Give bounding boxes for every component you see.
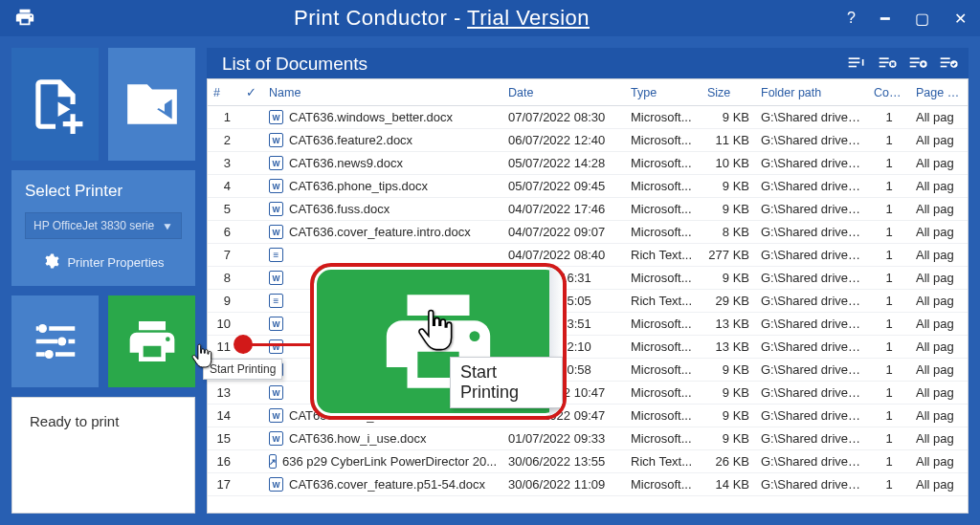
svg-rect-7 bbox=[35, 352, 44, 357]
row-range: All pag bbox=[910, 198, 968, 221]
printer-properties-button[interactable]: Printer Properties bbox=[25, 252, 182, 273]
list-action-check[interactable] bbox=[938, 54, 959, 75]
row-index: 2 bbox=[208, 129, 240, 152]
select-printer-title: Select Printer bbox=[25, 182, 182, 201]
row-folder: G:\Shared drives\C... bbox=[755, 290, 868, 313]
row-check[interactable] bbox=[240, 450, 263, 473]
row-index: 9 bbox=[208, 290, 240, 313]
row-check[interactable] bbox=[240, 405, 263, 427]
minimize-button[interactable]: ━ bbox=[875, 6, 896, 32]
doc-icon bbox=[269, 385, 283, 400]
row-type: Microsoft... bbox=[625, 359, 702, 382]
row-check[interactable] bbox=[240, 267, 263, 290]
table-row[interactable]: 704/07/2022 08:40Rich Text...277 KBG:\Sh… bbox=[208, 244, 968, 267]
col-date[interactable]: Date bbox=[502, 79, 625, 106]
row-check[interactable] bbox=[240, 221, 263, 244]
open-folder-tile[interactable] bbox=[108, 48, 195, 161]
col-size[interactable]: Size bbox=[702, 79, 755, 106]
doc-icon bbox=[269, 294, 283, 308]
col-check[interactable]: ✓ bbox=[240, 79, 263, 106]
row-date: 30/06/2022 11:09 bbox=[502, 473, 625, 496]
row-check[interactable] bbox=[240, 198, 263, 221]
cursor-hand-icon bbox=[417, 307, 454, 356]
row-check[interactable] bbox=[240, 290, 263, 313]
table-row[interactable]: 15CAT636.how_i_use.docx01/07/2022 09:33M… bbox=[208, 427, 968, 450]
col-range[interactable]: Page ra... bbox=[910, 79, 968, 106]
row-range: All pag bbox=[910, 152, 968, 175]
doc-icon bbox=[269, 454, 277, 469]
row-check[interactable] bbox=[240, 106, 263, 129]
row-folder: G:\Shared drives\C... bbox=[755, 313, 868, 336]
row-copies: 1 bbox=[868, 129, 910, 152]
row-type: Microsoft... bbox=[625, 382, 702, 405]
row-check[interactable] bbox=[240, 175, 263, 198]
settings-tile[interactable] bbox=[11, 295, 99, 387]
row-index: 15 bbox=[208, 427, 240, 450]
table-row[interactable]: 1CAT636.windows_better.docx07/07/2022 08… bbox=[208, 106, 968, 129]
doc-icon bbox=[269, 248, 283, 262]
row-check[interactable] bbox=[240, 152, 263, 175]
table-row[interactable]: 16636 p29 CyberLink PowerDirector 20...3… bbox=[208, 450, 968, 473]
svg-rect-4 bbox=[35, 339, 57, 344]
table-row[interactable]: 17CAT636.cover_feature.p51-54.docx30/06/… bbox=[208, 473, 968, 496]
col-copies[interactable]: Copies bbox=[868, 79, 910, 106]
add-documents-tile[interactable] bbox=[11, 48, 99, 161]
row-folder: G:\Shared drives\C... bbox=[755, 336, 868, 359]
svg-rect-17 bbox=[910, 62, 920, 64]
row-check[interactable] bbox=[240, 129, 263, 152]
list-action-remove[interactable] bbox=[877, 54, 898, 75]
row-check[interactable] bbox=[240, 382, 263, 405]
doc-icon bbox=[269, 408, 283, 423]
svg-rect-21 bbox=[941, 57, 950, 59]
list-action-select[interactable] bbox=[907, 54, 928, 75]
row-range: All pag bbox=[910, 313, 968, 336]
row-check[interactable] bbox=[240, 313, 263, 336]
help-button[interactable]: ? bbox=[841, 6, 861, 31]
list-action-1[interactable] bbox=[846, 54, 867, 75]
row-check[interactable] bbox=[240, 244, 263, 267]
callout-tooltip: Start Printing bbox=[450, 357, 563, 408]
select-printer-panel: Select Printer HP OfficeJet 3830 series … bbox=[11, 170, 195, 286]
row-size: 9 KB bbox=[702, 175, 755, 198]
row-date: 30/06/2022 13:55 bbox=[502, 450, 625, 473]
table-row[interactable]: 5CAT636.fuss.docx04/07/2022 17:46Microso… bbox=[208, 198, 968, 221]
row-range: All pag bbox=[910, 450, 968, 473]
row-type: Microsoft... bbox=[625, 106, 702, 129]
row-copies: 1 bbox=[868, 473, 910, 496]
row-copies: 1 bbox=[868, 313, 910, 336]
row-index: 8 bbox=[208, 267, 240, 290]
svg-rect-5 bbox=[68, 339, 75, 344]
doc-icon bbox=[269, 477, 283, 492]
table-row[interactable]: 6CAT636.cover_feature.intro.docx04/07/20… bbox=[208, 221, 968, 244]
row-size: 9 KB bbox=[702, 198, 755, 221]
row-name: CAT636.cover_feature.p51-54.docx bbox=[263, 473, 502, 496]
start-printing-tile[interactable] bbox=[108, 295, 195, 387]
svg-rect-8 bbox=[56, 352, 75, 357]
close-button[interactable]: ✕ bbox=[948, 6, 972, 32]
trial-link[interactable]: Trial Version bbox=[467, 6, 590, 30]
col-folder[interactable]: Folder path bbox=[755, 79, 868, 106]
row-size: 9 KB bbox=[702, 405, 755, 427]
table-row[interactable]: 4CAT636.phone_tips.docx05/07/2022 09:45M… bbox=[208, 175, 968, 198]
row-index: 10 bbox=[208, 313, 240, 336]
maximize-button[interactable]: ▢ bbox=[909, 6, 935, 32]
row-folder: G:\Shared drives\C... bbox=[755, 473, 868, 496]
printer-dropdown[interactable]: HP OfficeJet 3830 series [5D960D bbox=[25, 212, 182, 239]
row-size: 9 KB bbox=[702, 106, 755, 129]
col-num[interactable]: # bbox=[208, 79, 240, 106]
row-range: All pag bbox=[910, 221, 968, 244]
col-type[interactable]: Type bbox=[625, 79, 702, 106]
table-row[interactable]: 2CAT636.feature2.docx06/07/2022 12:40Mic… bbox=[208, 129, 968, 152]
svg-rect-23 bbox=[941, 66, 947, 68]
table-row[interactable]: 3CAT636.news9.docx05/07/2022 14:28Micros… bbox=[208, 152, 968, 175]
row-check[interactable] bbox=[240, 427, 263, 450]
svg-point-0 bbox=[38, 324, 47, 333]
svg-rect-1 bbox=[49, 326, 75, 331]
col-name[interactable]: Name bbox=[263, 79, 502, 106]
row-range: All pag bbox=[910, 359, 968, 382]
row-copies: 1 bbox=[868, 450, 910, 473]
row-type: Microsoft... bbox=[625, 129, 702, 152]
row-check[interactable] bbox=[240, 473, 263, 496]
callout-anchor-dot bbox=[234, 335, 253, 354]
title-bar: Print Conductor - Trial Version ? ━ ▢ ✕ bbox=[0, 0, 980, 36]
